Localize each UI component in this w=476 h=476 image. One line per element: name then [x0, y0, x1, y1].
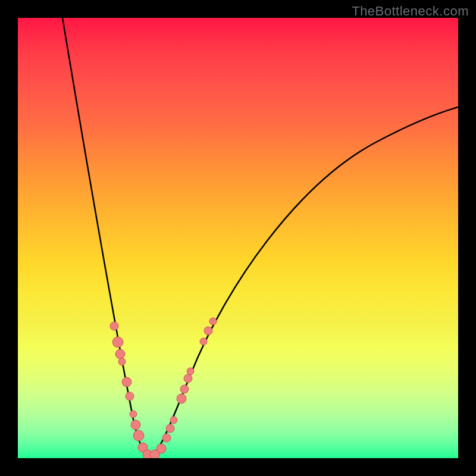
data-marker [162, 434, 171, 442]
data-marker [112, 337, 123, 347]
data-marker [184, 374, 192, 383]
data-marker [133, 430, 144, 441]
data-marker [187, 368, 194, 375]
data-marker [180, 385, 189, 393]
data-marker [131, 420, 140, 430]
data-marker [200, 338, 207, 345]
data-marker [122, 377, 131, 387]
data-marker [204, 327, 212, 335]
curve-right-branch [150, 107, 458, 455]
data-marker [209, 318, 217, 325]
plot-area [18, 18, 458, 458]
data-marker [126, 392, 134, 400]
data-marker [130, 411, 137, 418]
data-marker [166, 424, 174, 433]
watermark-text: TheBottleneck.com [352, 4, 469, 19]
data-marker [170, 416, 177, 424]
data-marker [115, 349, 125, 359]
marker-group [110, 318, 217, 458]
chart-frame: TheBottleneck.com [0, 0, 476, 476]
data-marker [110, 322, 118, 330]
bottleneck-curve [18, 18, 458, 458]
data-marker [118, 358, 126, 365]
curve-left-branch [62, 18, 150, 455]
data-marker [156, 444, 166, 453]
data-marker [177, 394, 186, 403]
